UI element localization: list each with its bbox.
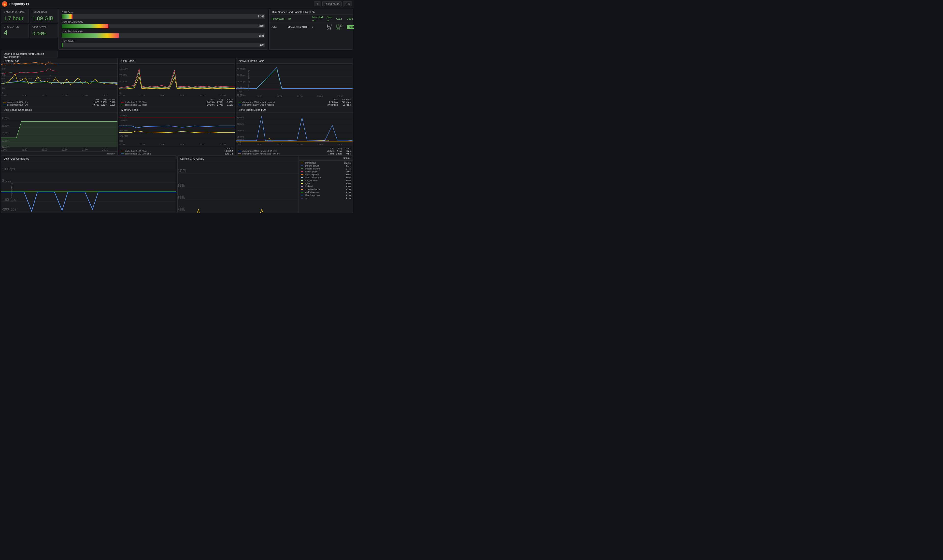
svg-text:0 ns: 0 ns (237, 141, 241, 143)
svg-text:22:00: 22:00 (277, 143, 282, 146)
topnav: 🔥 Raspberry Pi 🖥 Last 3 hours 10s (0, 0, 354, 8)
svg-text:0.5: 0.5 (2, 87, 5, 89)
cpu-color-indicator (301, 166, 303, 166)
gauge-cpu-busy: CPU Busy 5.3% (62, 11, 265, 18)
svg-text:-200 iops: -200 iops (2, 207, 16, 211)
cpu-process-name: Plex Script Hos (305, 194, 342, 197)
svg-text:2.3 GiB: 2.3 GiB (119, 114, 127, 117)
ram-value: 1.89 GiB (32, 16, 55, 21)
col-avail: Avail (334, 15, 345, 23)
ram-label: Total RAM (32, 11, 55, 13)
cpu-process-name: Plex Media Serv (305, 176, 342, 179)
main-content: System Uptime 1.7 hour Total RAM 1.89 Gi… (0, 8, 354, 213)
svg-text:2.0: 2.0 (2, 68, 5, 70)
network-traffic-panel: Network Traffic Basic transmit (-) / rec… (236, 58, 353, 110)
svg-text:200 ms: 200 ms (237, 135, 245, 138)
svg-text:23:30: 23:30 (337, 143, 343, 146)
row2: System Load 2.0 1.5 1.0 0.5 (1, 58, 353, 106)
cpu-process-pct: 0.1% (343, 191, 351, 194)
disk-iops-panel: Disk IOps Completed IO read (+) / write … (1, 155, 176, 213)
svg-text:23:00: 23:00 (317, 143, 323, 146)
gauge-swap: Used SWAP 0% (62, 40, 265, 48)
cpu-usage-row: Plex Media Serv 0.6% (301, 176, 351, 179)
svg-text:22:30: 22:30 (62, 148, 68, 151)
network-traffic-chart: transmit (-) / receive (+) 40 Mbps 30 Mb… (236, 64, 353, 97)
svg-text:954 MiB: 954 MiB (119, 129, 128, 132)
cpu-usage-row: grafana-server 3.1% (301, 165, 351, 167)
cpu-usage-row: process-exporte 1.7% (301, 168, 351, 170)
td-ip: dockerhost:9100 (287, 23, 310, 31)
cpu-usage-row: prometheus 21.3% (301, 162, 351, 164)
disk-iops-chart: IO read (+) / write (-) 100 iops 0 iops … (1, 162, 176, 213)
svg-text:1.4 GiB: 1.4 GiB (119, 124, 127, 127)
stat-uptime: System Uptime 1.7 hour (1, 9, 29, 23)
svg-text:21:00: 21:00 (1, 148, 7, 151)
memory-basic-chart: 2.3 GiB 1.9 GiB 1.4 GiB 954 MiB 477 MiB … (119, 112, 235, 146)
td-size: 51.7 GiB (325, 23, 334, 31)
svg-text:477 MiB: 477 MiB (119, 135, 128, 137)
refresh-btn[interactable]: 10s (343, 2, 352, 6)
monitor-btn[interactable]: 🖥 (314, 2, 321, 6)
svg-text:21:00: 21:00 (119, 94, 125, 97)
time-io-panel: Time Spent Doing I/Os 500 ms 400 ms 300 … (236, 106, 353, 159)
cpu-cores-label: CPU Cores (4, 26, 26, 28)
cpu-process-pct: 3.1% (343, 165, 351, 167)
cpu-cores-value: 4 (4, 29, 26, 36)
svg-text:80.0%: 80.0% (178, 183, 185, 188)
svg-text:22:00: 22:00 (277, 95, 282, 97)
transmit-label: transmit (-) / receive (+) (248, 70, 250, 91)
cpu-usage-row: dockerd 0.3% (301, 185, 351, 188)
svg-text:60.0%: 60.0% (178, 195, 185, 200)
svg-text:23.50%: 23.50% (2, 124, 9, 127)
cpu-process-pct: 0.1% (343, 197, 351, 200)
svg-text:22:30: 22:30 (297, 143, 303, 146)
disk-space-basic-chart: 24.00% 23.50% 23.00% 22.50% 22.00% 21:00… (1, 112, 117, 151)
cpu-usage-row: hue_exporter 0.5% (301, 179, 351, 182)
svg-text:40 Mbps: 40 Mbps (237, 68, 246, 70)
svg-text:21:00: 21:00 (236, 143, 242, 146)
row1: System Uptime 1.7 hour Total RAM 1.89 Gi… (1, 9, 353, 57)
cpu-process-pct: 0.3% (343, 185, 351, 188)
col-filesystem: Filesystem (270, 15, 287, 23)
stat-ram: Total RAM 1.89 GiB (30, 9, 57, 23)
svg-text:22.50%: 22.50% (2, 139, 9, 142)
current-cpu-usage-panel: Current CPU Usage 100.0% 80.0% (177, 155, 353, 213)
cpu-process-pct: 0.5% (343, 182, 351, 185)
disk-table-panel: Disk Space Used Basic(EXT4/XFS) Filesyst… (269, 9, 353, 49)
uptime-value: 1.7 hour (4, 16, 26, 21)
topnav-actions: 🖥 Last 3 hours 10s (314, 2, 352, 6)
cpu-process-name: node_exporter (305, 174, 342, 176)
disk-table-title: Disk Space Used Basic(EXT4/XFS) (270, 9, 353, 15)
gauge-mount: Used Max Mount(/) 28% (62, 30, 265, 38)
gauge-swap-label: Used SWAP (62, 40, 265, 43)
gauge-mount-label: Used Max Mount(/) (62, 30, 265, 33)
svg-text:23.00%: 23.00% (2, 132, 9, 135)
disk-space-basic-title: Disk Space Used Basic (1, 107, 117, 112)
gauge-cpu-busy-label: CPU Busy (62, 11, 265, 14)
svg-text:21:30: 21:30 (139, 143, 145, 146)
svg-text:21:30: 21:30 (139, 94, 145, 97)
cpu-usage-row: docker-proxy 1.0% (301, 171, 351, 173)
app-logo: 🔥 (2, 1, 8, 7)
cpu-color-indicator (301, 195, 303, 195)
time-range-btn[interactable]: Last 3 hours (322, 2, 342, 6)
col-mounted: Mounted on (310, 15, 325, 23)
cpu-basic-chart: 100.00% 75.00% 50.00% 25.00% 0 21:00 21:… (119, 64, 235, 97)
svg-text:500 ms: 500 ms (237, 117, 245, 119)
td-mounted: / (310, 23, 325, 31)
cpu-basic-title: CPU Basic (119, 58, 235, 64)
svg-text:50.00%: 50.00% (119, 80, 127, 83)
cpu-process-name: grafana-server (305, 165, 342, 167)
stat-cpu-cores: CPU Cores 4 (1, 24, 29, 38)
disk-iops-title: Disk IOps Completed (1, 156, 176, 162)
svg-text:1.0: 1.0 (2, 80, 5, 83)
svg-text:30 Mbps: 30 Mbps (237, 74, 246, 76)
svg-text:23:30: 23:30 (337, 95, 343, 97)
cpu-process-pct: 21.3% (343, 162, 351, 164)
cpu-usage-row: zsh 0.1% (301, 197, 351, 200)
svg-text:23:30: 23:30 (220, 94, 225, 97)
cpu-usage-row: nginx 0.5% (301, 182, 351, 185)
svg-text:75.00%: 75.00% (119, 74, 127, 76)
memory-basic-panel: Memory Basic 2.3 GiB 1.9 GiB 1.4 GiB (119, 106, 236, 159)
gauge-panel: CPU Busy 5.3% Used RAM Memory 23% (59, 9, 268, 49)
